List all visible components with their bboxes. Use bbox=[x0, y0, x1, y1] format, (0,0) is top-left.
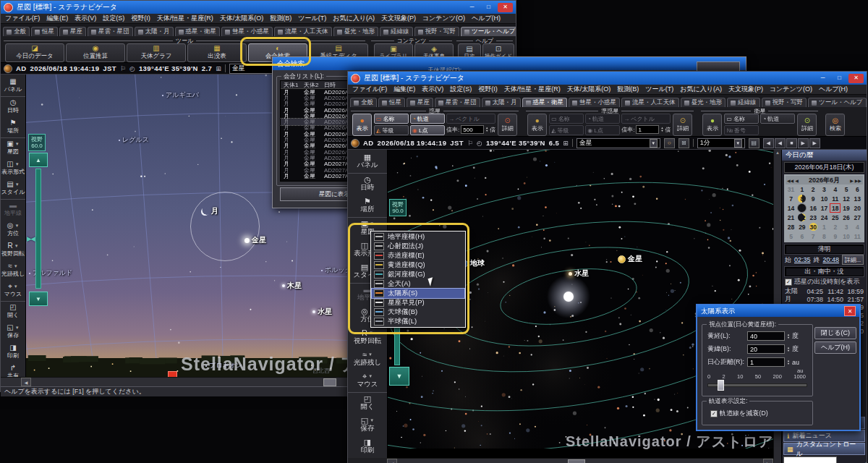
minimize-button[interactable]: ─ bbox=[464, 3, 480, 12]
calendar-day[interactable]: 29 bbox=[796, 222, 807, 232]
search-icon[interactable]: ○ bbox=[664, 138, 675, 148]
planet-label[interactable]: 水星 bbox=[312, 307, 332, 317]
sidebar-item[interactable]: ◨ 印刷 bbox=[348, 436, 387, 458]
close-button[interactable]: ✕ bbox=[848, 74, 864, 83]
scroll-thumb[interactable] bbox=[323, 378, 336, 386]
dwarf-name-button[interactable]: ▭名称 bbox=[549, 114, 584, 124]
menu-item[interactable]: ファイル(F) bbox=[5, 14, 40, 23]
sidebar-item[interactable]: ⚑ 場所 bbox=[348, 195, 387, 218]
calendar-day[interactable]: 2 bbox=[808, 184, 819, 194]
calendar-day[interactable]: 7 bbox=[786, 194, 796, 203]
playback-button[interactable]: ◀ bbox=[775, 138, 786, 148]
spinner-icons[interactable]: ▲▼ bbox=[787, 334, 790, 339]
sidebar-item[interactable]: R▼ 視野回転 bbox=[1, 240, 25, 260]
ribbon-tab[interactable]: 全般 bbox=[350, 98, 377, 107]
planet-orbit-button[interactable]: ◔軌道 bbox=[410, 114, 445, 124]
distance-input[interactable]: 1 bbox=[747, 357, 785, 367]
calendar-day[interactable]: 24 bbox=[819, 213, 830, 222]
ribbon-tab[interactable]: 経緯線 bbox=[727, 98, 760, 107]
calendar-day[interactable]: 22 bbox=[796, 213, 807, 222]
menu-item[interactable]: 天文現象(P) bbox=[728, 85, 763, 94]
calendar-day[interactable]: 3 bbox=[819, 184, 830, 194]
tool-button[interactable]: ◉ 位置推算 bbox=[66, 43, 125, 62]
dwarf-detail-button[interactable]: ⊙詳細 bbox=[673, 114, 692, 136]
menu-item[interactable]: 観測(B) bbox=[270, 14, 292, 23]
dwarf-scale-input[interactable]: 1 bbox=[636, 125, 659, 134]
calendar-day[interactable]: 16 bbox=[808, 203, 819, 213]
spinner-icons[interactable]: ▲▼ bbox=[787, 360, 790, 365]
planet-label[interactable]: 水星 bbox=[569, 268, 589, 279]
menu-option[interactable]: 心射図法(J) bbox=[372, 242, 464, 251]
dialog-titlebar[interactable]: 太陽系表示 ✕ bbox=[697, 305, 859, 317]
menu-item[interactable]: ツール(T) bbox=[645, 85, 673, 94]
calendar-day[interactable]: 18 bbox=[830, 203, 841, 213]
calendar-day[interactable]: 21 bbox=[786, 213, 796, 222]
menu-item[interactable]: 観測(B) bbox=[617, 85, 639, 94]
menu-option[interactable]: 黄道座標(Q) bbox=[372, 260, 464, 270]
menu-item[interactable]: 設定(S) bbox=[450, 85, 472, 94]
menu-item[interactable]: 視野(I) bbox=[131, 14, 150, 23]
calendar-day[interactable]: 7 bbox=[808, 232, 819, 241]
calendar-day[interactable]: 17 bbox=[819, 203, 830, 213]
calendar-day[interactable]: 23 bbox=[808, 213, 819, 222]
satellite-orbit-button[interactable]: ◔軌道 bbox=[760, 114, 795, 124]
film-icon[interactable]: ▤ bbox=[749, 138, 760, 148]
latitude-input[interactable]: 20 bbox=[747, 344, 785, 354]
sidebar-item[interactable]: ⌖▼ マウス bbox=[1, 281, 25, 302]
menu-item[interactable]: 天体/恒星・星座(R) bbox=[504, 85, 561, 94]
ribbon-tab[interactable]: 太陽・月 bbox=[482, 98, 521, 107]
close-icon[interactable]: ✕ bbox=[844, 306, 856, 316]
planet-label[interactable]: 金星 bbox=[244, 235, 266, 245]
calendar-day[interactable]: 19 bbox=[841, 203, 851, 213]
calendar-day[interactable]: 8 bbox=[796, 194, 807, 203]
ribbon-tab[interactable]: 流星・人工天体 bbox=[274, 27, 332, 36]
calendar-day[interactable]: 25 bbox=[830, 213, 841, 222]
location-coordinates[interactable]: 139°44'E 35°39'N bbox=[486, 139, 545, 147]
dwarf-vector-button[interactable]: →ベクトル bbox=[621, 114, 671, 124]
menu-option[interactable]: 赤道座標(E) bbox=[372, 251, 464, 260]
zoom-in-button[interactable]: ▲ bbox=[29, 153, 48, 167]
scroll-thumb[interactable] bbox=[568, 459, 585, 463]
distance-slider-thumb[interactable] bbox=[718, 380, 724, 391]
calendar-day[interactable]: 10 bbox=[841, 232, 851, 241]
menu-item[interactable]: 表示(V) bbox=[422, 85, 443, 94]
dwarf-show-button[interactable]: ●表示 bbox=[527, 114, 547, 136]
calendar-day[interactable]: 10 bbox=[819, 194, 830, 203]
help-dialog-button[interactable]: ヘルプ(H) bbox=[814, 341, 856, 354]
sidebar-item[interactable]: ◎▼ 方位 bbox=[1, 220, 25, 240]
twilight-end[interactable]: 20:48 bbox=[822, 256, 839, 263]
sidebar-item[interactable]: ≈▼ 光跡残し bbox=[348, 349, 387, 370]
menu-item[interactable]: ヘルプ(H) bbox=[472, 14, 501, 23]
custom-control-input[interactable] bbox=[783, 456, 837, 463]
zoom-slider-track[interactable] bbox=[35, 169, 41, 289]
sidebar-item[interactable]: ◫▼ 表示形式 bbox=[1, 158, 25, 179]
maximize-button[interactable]: □ bbox=[481, 3, 496, 12]
satellite-number-button[interactable]: №番号 bbox=[724, 125, 759, 135]
chevron-down-icon[interactable]: ▼ bbox=[650, 139, 658, 148]
close-button[interactable]: ✕ bbox=[498, 3, 513, 12]
planet-label[interactable]: 金星 bbox=[618, 254, 642, 264]
dwarf-magnitude-button[interactable]: ◭等級 bbox=[549, 125, 584, 135]
location-coordinates[interactable]: 139°44'E 35°39'N bbox=[139, 64, 198, 72]
ribbon-tab[interactable]: 昼光・地形 bbox=[333, 27, 379, 36]
dwarf-lpoint-button[interactable]: ◉L点 bbox=[585, 125, 620, 135]
menu-option[interactable]: 半球儀(L) bbox=[372, 317, 464, 326]
menu-item[interactable]: 編集(E) bbox=[393, 85, 415, 94]
twilight-start[interactable]: 02:35 bbox=[794, 256, 811, 263]
menu-item[interactable]: 天体/太陽系(O) bbox=[567, 85, 611, 94]
planet-vector-button[interactable]: →ベクトル bbox=[446, 114, 495, 124]
spinner-icons[interactable]: ▲▼ bbox=[660, 127, 663, 132]
zoom-out-button[interactable]: ▼ bbox=[29, 292, 48, 306]
planet-show-button[interactable]: ● 表示 bbox=[352, 114, 372, 136]
datetime-value[interactable]: 2026/06/18 19:44:19 bbox=[378, 139, 447, 147]
calendar-day[interactable]: 12 bbox=[841, 194, 851, 203]
zoom-slider-handle[interactable]: ▶◀ bbox=[27, 235, 34, 242]
ribbon-tab[interactable]: 恒星 bbox=[378, 98, 405, 107]
calendar-day[interactable]: 8 bbox=[819, 232, 830, 241]
menu-item[interactable]: 天体/恒星・星座(R) bbox=[157, 14, 213, 23]
menu-item[interactable]: 視野(I) bbox=[478, 85, 498, 94]
scroll-left-icon[interactable]: ◀ bbox=[387, 459, 397, 463]
calendar-day[interactable]: 27 bbox=[852, 213, 863, 222]
menu-option[interactable]: 地平座標(H) bbox=[372, 232, 464, 242]
dialog-titlebar[interactable]: 会合検索 bbox=[273, 57, 746, 70]
